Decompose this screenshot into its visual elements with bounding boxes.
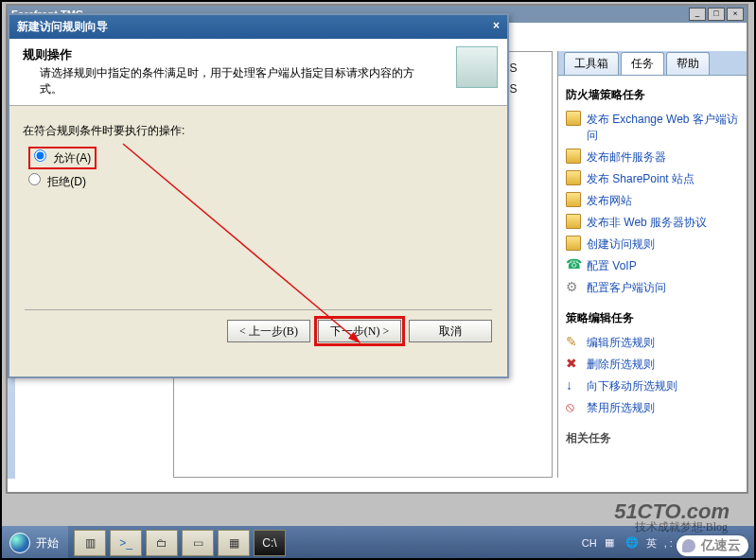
task-edit-rule[interactable]: 编辑所选规则 <box>566 332 739 354</box>
radio-allow[interactable] <box>34 149 46 162</box>
ql-cmd[interactable]: C:\ <box>254 530 286 556</box>
task-move-down[interactable]: 向下移动所选规则 <box>566 376 739 397</box>
wizard-button-row: < 上一步(B) 下一步(N) > 取消 <box>25 309 492 342</box>
wizard-close-button[interactable]: × <box>493 19 500 35</box>
task-publish-sharepoint[interactable]: 发布 SharePoint 站点 <box>566 168 739 190</box>
folder-icon <box>566 170 581 185</box>
start-label: 开始 <box>36 535 59 551</box>
folder-icon <box>566 192 581 207</box>
task-publish-mail[interactable]: 发布邮件服务器 <box>566 147 739 168</box>
task-config-voip[interactable]: 配置 VoIP <box>566 255 739 277</box>
action-radio-group: 允许(A) 拒绝(D) <box>28 145 494 192</box>
wizard-icon <box>456 46 498 88</box>
watermark-brand: 亿速云 <box>677 535 748 556</box>
ql-server-manager[interactable]: ▥ <box>74 530 106 556</box>
task-config-client[interactable]: 配置客户端访问 <box>566 277 739 299</box>
ime-indicator[interactable]: CH <box>582 537 597 549</box>
back-button[interactable]: < 上一步(B) <box>227 320 310 342</box>
start-button[interactable]: 开始 <box>0 526 68 560</box>
radio-deny[interactable] <box>28 173 41 185</box>
section-policy-tasks: 防火墙策略任务 <box>566 87 747 103</box>
wizard-header: 规则操作 请选择规则中指定的条件满足时，用于处理客户端从指定目标请求内容的方式。 <box>9 39 507 106</box>
ql-explorer[interactable]: 🗀 <box>146 530 178 556</box>
quick-launch: ▥ >_ 🗀 ▭ ▦ C:\ <box>74 530 286 556</box>
close-button[interactable]: × <box>727 8 744 21</box>
arrow-down-icon <box>566 377 581 393</box>
minimize-button[interactable]: _ <box>689 8 706 21</box>
folder-icon <box>566 149 581 164</box>
folder-icon <box>566 236 581 251</box>
tray-globe-icon[interactable]: 🌐 <box>625 536 639 550</box>
ql-powershell[interactable]: >_ <box>110 530 142 556</box>
watermark-tagline: 技术成就梦想·Blog <box>635 519 728 535</box>
task-publish-exchange[interactable]: 发布 Exchange Web 客户端访问 <box>566 109 739 147</box>
tray-icon[interactable]: ▦ <box>605 536 618 550</box>
tab-help[interactable]: 帮助 <box>666 52 710 75</box>
radio-allow-label: 允许(A) <box>53 151 91 165</box>
wizard-step-title: 规则操作 <box>23 46 420 63</box>
wizard-title: 新建访问规则向导 <box>17 19 108 35</box>
delete-icon <box>566 356 581 371</box>
task-create-access-rule[interactable]: 创建访问规则 <box>566 234 739 255</box>
task-disable-rule[interactable]: 禁用所选规则 <box>566 397 739 419</box>
new-access-rule-wizard: 新建访问规则向导 × 规则操作 请选择规则中指定的条件满足时，用于处理客户端从指… <box>8 13 509 378</box>
ql-show-desktop[interactable]: ▭ <box>182 530 214 556</box>
disable-icon <box>566 399 581 414</box>
action-label: 在符合规则条件时要执行的操作: <box>23 123 494 139</box>
folder-icon <box>566 214 581 229</box>
tab-toolbox[interactable]: 工具箱 <box>564 52 619 75</box>
phone-icon <box>566 257 581 272</box>
folder-icon <box>566 111 581 126</box>
ql-switch-windows[interactable]: ▦ <box>218 530 250 556</box>
section-edit-tasks: 策略编辑任务 <box>566 310 747 326</box>
radio-allow-row[interactable]: 允许(A) <box>28 145 494 171</box>
edit-task-list: 编辑所选规则 删除所选规则 向下移动所选规则 禁用所选规则 <box>558 332 747 419</box>
edit-icon <box>566 334 581 349</box>
window-buttons: _ □ × <box>689 8 744 21</box>
tab-tasks[interactable]: 任务 <box>621 52 664 75</box>
start-orb-icon <box>9 533 30 553</box>
task-publish-site[interactable]: 发布网站 <box>566 190 739 212</box>
wizard-body: 在符合规则条件时要执行的操作: 允许(A) 拒绝(D) < 上一步(B) 下一步… <box>9 106 507 354</box>
cancel-button[interactable]: 取消 <box>409 320 492 342</box>
radio-deny-label: 拒绝(D) <box>47 175 86 188</box>
task-publish-nonweb[interactable]: 发布非 Web 服务器协议 <box>566 212 739 234</box>
tasks-pane: 工具箱 任务 帮助 防火墙策略任务 发布 Exchange Web 客户端访问 … <box>557 51 747 478</box>
maximize-button[interactable]: □ <box>708 8 725 21</box>
radio-deny-row[interactable]: 拒绝(D) <box>28 171 494 192</box>
policy-task-list: 发布 Exchange Web 客户端访问 发布邮件服务器 发布 SharePo… <box>558 109 747 299</box>
section-related-tasks: 相关任务 <box>566 430 747 446</box>
task-delete-rule[interactable]: 删除所选规则 <box>566 354 739 376</box>
wizard-titlebar: 新建访问规则向导 × <box>9 15 507 39</box>
ime-lang[interactable]: 英 <box>646 536 657 551</box>
wizard-step-desc: 请选择规则中指定的条件满足时，用于处理客户端从指定目标请求内容的方式。 <box>40 65 420 97</box>
tabs-row: 工具箱 任务 帮助 <box>558 51 747 76</box>
highlight-allow: 允许(A) <box>28 147 97 169</box>
next-button[interactable]: 下一步(N) > <box>318 320 401 342</box>
gear-icon <box>566 279 581 294</box>
